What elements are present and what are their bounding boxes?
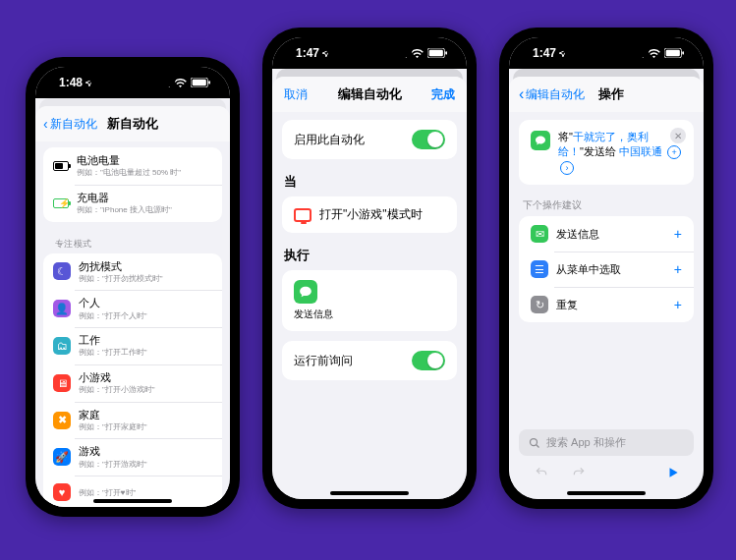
row-subtitle: 例如："打开勿扰模式时" bbox=[79, 274, 212, 284]
focus-group: ☾ 勿扰模式 例如："打开勿扰模式时"👤 个人 例如："打开个人时"🗂 工作 例… bbox=[43, 253, 222, 507]
back-button[interactable]: ‹ 新自动化 bbox=[43, 116, 97, 133]
recipient-token[interactable]: 中国联通 bbox=[619, 145, 662, 157]
row-title: 工作 bbox=[79, 334, 212, 347]
suggestion-label: 从菜单中选取 bbox=[556, 262, 621, 277]
nav-bar: ‹ 编辑自动化 操作 bbox=[509, 77, 704, 112]
suggestion-label: 重复 bbox=[556, 298, 578, 312]
row-focus-3[interactable]: 🖥 小游戏 例如："打开小游戏时" bbox=[43, 364, 222, 402]
row-charger[interactable]: ⚡ 充电器例如："iPhone 接入电源时" bbox=[43, 185, 222, 222]
phone-left: 1:48 ‹ 新自动化 bbox=[26, 57, 240, 517]
summary-text: 将"干就完了，奥利给！"发送给 中国联通 + › bbox=[558, 130, 682, 175]
row-title: 游戏 bbox=[79, 445, 212, 458]
chevron-left-icon: ‹ bbox=[43, 116, 48, 132]
moon-icon: ☾ bbox=[53, 262, 71, 280]
done-button[interactable]: 完成 bbox=[431, 86, 455, 103]
redo-button[interactable] bbox=[570, 466, 588, 479]
back-label: 新自动化 bbox=[50, 116, 97, 133]
phone-right: 1:47 ‹ 编辑自动化 操作 将"干就完了，奥利给！ bbox=[499, 28, 713, 509]
svg-rect-5 bbox=[193, 80, 206, 86]
display-icon bbox=[294, 208, 311, 222]
row-title: 电池电量 bbox=[77, 154, 212, 167]
battery-icon bbox=[53, 158, 69, 174]
message-icon bbox=[294, 280, 317, 304]
battery-icon bbox=[427, 48, 447, 58]
home-indicator[interactable] bbox=[93, 499, 172, 503]
row-subtitle: 例如："打开游戏时" bbox=[79, 460, 212, 470]
chevron-left-icon: ‹ bbox=[519, 85, 524, 103]
trigger-text: 打开"小游戏"模式时 bbox=[319, 206, 423, 223]
ask-card: 运行前询问 bbox=[282, 341, 457, 380]
status-time: 1:47 bbox=[296, 46, 319, 60]
add-suggestion-button[interactable]: + bbox=[674, 226, 682, 242]
add-suggestion-button[interactable]: + bbox=[674, 297, 682, 312]
nav-bar: 取消 编辑自动化 完成 bbox=[272, 77, 467, 112]
add-suggestion-button[interactable]: + bbox=[674, 261, 682, 277]
row-subtitle: 例如："打开小游戏时" bbox=[79, 385, 212, 395]
action-label: 发送信息 bbox=[294, 308, 445, 321]
home-indicator[interactable] bbox=[330, 491, 409, 495]
run-header: 执行 bbox=[282, 243, 457, 270]
trigger-card[interactable]: 打开"小游戏"模式时 bbox=[282, 196, 457, 233]
svg-rect-12 bbox=[429, 50, 443, 57]
svg-rect-20 bbox=[682, 51, 684, 54]
svg-line-22 bbox=[537, 444, 539, 447]
battery-icon bbox=[664, 48, 684, 58]
back-label: 编辑自动化 bbox=[526, 86, 585, 103]
row-title: 勿扰模式 bbox=[79, 260, 212, 273]
suggestion-icon: ✉ bbox=[531, 225, 548, 243]
row-focus-0[interactable]: ☾ 勿扰模式 例如："打开勿扰模式时" bbox=[43, 253, 222, 291]
suggestion-1[interactable]: ☰ 从菜单中选取 + bbox=[519, 252, 694, 287]
status-time: 1:48 bbox=[59, 76, 83, 89]
row-subtitle: 例如："iPhone 接入电源时" bbox=[77, 205, 212, 215]
battery-group: 电池电量例如："电池电量超过 50% 时" ⚡ 充电器例如："iPhone 接入… bbox=[43, 147, 222, 222]
svg-rect-6 bbox=[208, 81, 210, 84]
nav-bar: ‹ 新自动化 新自动化 bbox=[35, 106, 230, 141]
bottom-toolbar bbox=[519, 456, 694, 491]
enable-label: 启用此自动化 bbox=[294, 132, 365, 148]
charger-icon: ⚡ bbox=[53, 196, 69, 211]
enable-toggle[interactable] bbox=[412, 130, 445, 149]
enable-card: 启用此自动化 bbox=[282, 120, 457, 159]
undo-button[interactable] bbox=[533, 466, 550, 479]
page-title: 编辑自动化 bbox=[338, 85, 402, 103]
when-header: 当 bbox=[282, 169, 457, 196]
row-title: 家庭 bbox=[79, 409, 212, 421]
row-subtitle: 例如："电池电量超过 50% 时" bbox=[77, 168, 212, 178]
row-subtitle: 例如："打开♥时" bbox=[79, 488, 212, 498]
action-card[interactable]: 发送信息 bbox=[282, 270, 457, 331]
suggestions-list: ✉ 发送信息 +☰ 从菜单中选取 +↻ 重复 + bbox=[519, 216, 694, 322]
row-title: 个人 bbox=[79, 297, 212, 309]
row-focus-4[interactable]: ✖ 家庭 例如："打开家庭时" bbox=[43, 402, 222, 439]
row-subtitle: 例如："打开个人时" bbox=[79, 311, 212, 321]
search-input[interactable]: 搜索 App 和操作 bbox=[519, 429, 694, 456]
run-button[interactable] bbox=[666, 466, 680, 479]
row-focus-5[interactable]: 🚀 游戏 例如："打开游戏时" bbox=[43, 438, 222, 476]
search-placeholder: 搜索 App 和操作 bbox=[546, 435, 626, 450]
work-icon: 🗂 bbox=[53, 337, 71, 355]
remove-action-button[interactable]: ✕ bbox=[670, 128, 686, 143]
suggestion-2[interactable]: ↻ 重复 + bbox=[519, 287, 694, 322]
back-button[interactable]: ‹ 编辑自动化 bbox=[519, 85, 585, 103]
suggestion-label: 发送信息 bbox=[556, 227, 599, 242]
svg-point-21 bbox=[531, 438, 538, 445]
suggestions-header: 下个操作建议 bbox=[519, 195, 694, 216]
ask-toggle[interactable] bbox=[412, 351, 445, 370]
notch bbox=[325, 37, 414, 59]
cancel-button[interactable]: 取消 bbox=[284, 86, 308, 103]
action-summary[interactable]: 将"干就完了，奥利给！"发送给 中国联通 + › ✕ bbox=[519, 120, 694, 185]
add-recipient-button[interactable]: + bbox=[667, 145, 681, 159]
suggestion-0[interactable]: ✉ 发送信息 + bbox=[519, 216, 694, 252]
ask-label: 运行前询问 bbox=[294, 353, 353, 369]
row-subtitle: 例如："打开家庭时" bbox=[79, 422, 212, 432]
person-icon: 👤 bbox=[53, 300, 71, 317]
row-battery-level[interactable]: 电池电量例如："电池电量超过 50% 时" bbox=[43, 147, 222, 185]
notch bbox=[88, 67, 177, 88]
row-focus-1[interactable]: 👤 个人 例如："打开个人时" bbox=[43, 290, 222, 327]
row-focus-2[interactable]: 🗂 工作 例如："打开工作时" bbox=[43, 327, 222, 364]
expand-button[interactable]: › bbox=[560, 161, 574, 175]
tools-icon: ✖ bbox=[53, 412, 71, 429]
home-indicator[interactable] bbox=[567, 491, 646, 495]
notch bbox=[562, 37, 651, 59]
svg-rect-19 bbox=[666, 50, 680, 57]
suggestion-icon: ☰ bbox=[531, 260, 548, 278]
